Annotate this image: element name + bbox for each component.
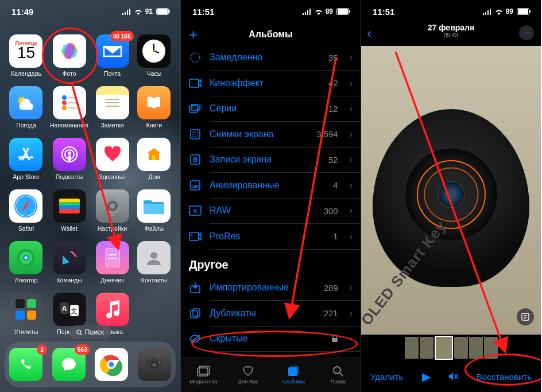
app-podcasts[interactable]: Подкасты (50, 138, 88, 180)
app-label: Здоровье (99, 173, 126, 180)
app-mail[interactable]: 40 165Почта (94, 34, 130, 77)
app-files[interactable]: Файлы (136, 189, 172, 232)
app-photos[interactable]: Фото (50, 34, 88, 77)
album-row-animated[interactable]: GIFАнимированные4› (181, 173, 361, 198)
restore-button[interactable]: Восстановить (477, 372, 532, 382)
dup-icon (189, 308, 202, 319)
album-row-prores[interactable]: ProRes1› (181, 224, 361, 249)
app-clock[interactable]: Часы (136, 34, 172, 77)
photo-date: 27 февраля (361, 23, 541, 32)
calendar-icon: Пятница 15 (9, 34, 42, 68)
messages-icon (60, 356, 78, 372)
screenrec-icon (189, 154, 202, 165)
tab-Медиатека[interactable]: Медиатека (181, 358, 226, 392)
spotlight-search[interactable]: Поиск (69, 325, 111, 339)
tab-Для Вас[interactable]: Для Вас (226, 358, 270, 392)
music-icon (96, 293, 129, 326)
album-count: 300 (324, 206, 338, 216)
svg-text:GIF: GIF (191, 184, 199, 189)
battery-icon (156, 8, 169, 15)
svg-rect-77 (152, 358, 157, 361)
thumbnail[interactable] (484, 337, 498, 359)
app-weather[interactable]: Погода (8, 86, 44, 129)
app-calendar[interactable]: Пятница 15 Календарь (8, 34, 44, 77)
thumbnail[interactable] (469, 337, 483, 359)
app-reminders[interactable]: Напоминания (50, 86, 88, 129)
app-books[interactable]: Книги (136, 86, 172, 129)
live-text-button[interactable] (517, 308, 534, 325)
battery-icon (517, 8, 529, 15)
signal-icon (483, 9, 492, 15)
dock-camera[interactable] (138, 348, 171, 381)
dock-chrome[interactable] (95, 348, 128, 381)
thumbnail-strip[interactable] (361, 336, 541, 360)
album-row-hidden[interactable]: Скрытые› (181, 326, 361, 351)
cinema-icon (189, 79, 202, 88)
app-label: Напоминания (50, 122, 88, 129)
album-row-screenrec[interactable]: Записи экрана52› (181, 147, 361, 172)
chevron-right-icon: › (350, 180, 353, 191)
app-appstore[interactable]: App Store (8, 138, 44, 180)
album-row-screenshot[interactable]: Снимки экрана3 594› (181, 122, 361, 147)
album-row-deleted[interactable]: Недавно удаленные› (181, 352, 361, 358)
svg-rect-47 (102, 205, 106, 207)
app-label: Safari (18, 225, 34, 232)
album-row-dup[interactable]: Дубликаты221› (181, 301, 361, 326)
app-journal[interactable]: Дневник (94, 241, 130, 284)
screenshot-icon (189, 129, 202, 140)
app-shortcuts[interactable]: Команды (50, 241, 88, 284)
app-settings[interactable]: Настройки (94, 189, 130, 232)
app-safari[interactable]: Safari (8, 189, 44, 232)
svg-point-106 (334, 367, 340, 374)
app-notes[interactable]: Заметки (94, 86, 130, 129)
status-time: 11:51 (373, 7, 394, 17)
album-label: Замедленно (210, 52, 320, 63)
tab-label: Для Вас (238, 378, 258, 385)
add-album-button[interactable]: + (189, 26, 198, 44)
app-utilities[interactable]: Утилиты (8, 293, 44, 335)
thumbnail-selected[interactable] (435, 336, 453, 360)
reminders-icon (53, 86, 86, 119)
chevron-right-icon: › (350, 78, 353, 88)
dock-phone[interactable]: 2 (9, 348, 42, 381)
messages-badge: 663 (75, 344, 90, 355)
tab-Поиск[interactable]: Поиск (316, 358, 361, 392)
svg-rect-60 (27, 299, 36, 308)
delete-button[interactable]: Удалить (370, 372, 403, 382)
album-row-raw[interactable]: RRAW300› (181, 198, 361, 223)
thumbnail[interactable] (405, 337, 419, 359)
app-contacts[interactable]: Контакты (136, 241, 172, 284)
dock-messages[interactable]: 663 (52, 348, 86, 381)
svg-point-89 (195, 159, 196, 161)
album-label: Снимки экрана (210, 129, 308, 139)
mute-button[interactable] (448, 372, 458, 381)
album-row-slomo[interactable]: Замедленно35› (181, 45, 361, 70)
album-row-import[interactable]: Импортированные289› (181, 275, 361, 300)
settings-icon (96, 189, 129, 223)
album-list[interactable]: Замедленно35›Киноэффект42›Серии12›Снимки… (181, 45, 361, 358)
app-health[interactable]: Здоровье (94, 138, 130, 180)
tab-Альбомы[interactable]: Альбомы (271, 358, 316, 392)
album-count: 289 (324, 283, 338, 293)
app-wallet[interactable]: Wallet (50, 189, 88, 232)
svg-rect-105 (290, 366, 299, 374)
app-label: Wallet (61, 225, 78, 232)
app-label: Часы (147, 70, 162, 77)
chevron-right-icon: › (350, 154, 353, 165)
thumbnail[interactable] (420, 337, 433, 359)
more-button[interactable]: ⋯ (519, 25, 534, 40)
play-button[interactable]: ▶ (422, 370, 431, 383)
app-home[interactable]: Дом (136, 138, 172, 180)
album-count: 4 (333, 180, 338, 190)
photo-viewport[interactable]: OLED Smart Key (361, 46, 541, 335)
album-count: 3 594 (316, 129, 338, 139)
album-row-burst[interactable]: Серии12› (181, 96, 361, 121)
animated-icon: GIF (189, 180, 202, 191)
app-label: Локатор (15, 277, 38, 284)
prores-icon (189, 232, 202, 241)
thumbnail[interactable] (454, 337, 468, 359)
svg-line-107 (340, 373, 343, 376)
app-findmy[interactable]: Локатор (8, 241, 44, 284)
notes-icon (96, 86, 129, 119)
album-row-cinema[interactable]: Киноэффект42› (181, 71, 361, 96)
